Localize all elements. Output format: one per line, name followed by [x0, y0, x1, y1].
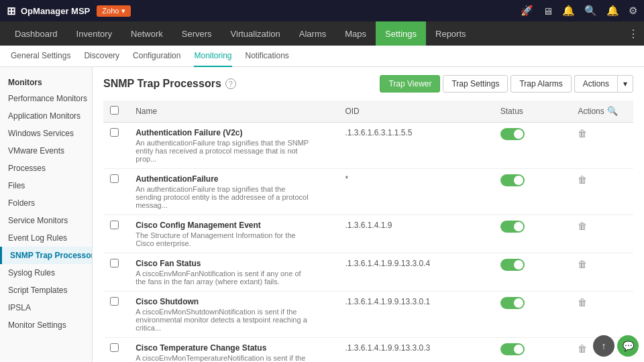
sidebar-item-service-monitors[interactable]: Service Monitors — [0, 212, 92, 229]
row-checkbox[interactable] — [110, 259, 119, 267]
delete-icon[interactable]: 🗑 — [578, 221, 587, 231]
sidebar-item-files[interactable]: Files — [0, 177, 92, 194]
nav-inventory[interactable]: Inventory — [67, 21, 121, 46]
help-icon[interactable]: ? — [225, 78, 236, 89]
row-status-cell — [494, 169, 572, 215]
trap-oid: .1.3.6.1.4.1.9 — [345, 221, 392, 230]
row-checkbox[interactable] — [110, 128, 119, 137]
trap-name: Authentication Failure (V2c) — [136, 128, 331, 137]
more-menu-button[interactable]: ⋮ — [628, 27, 639, 40]
alert-icon[interactable]: 🔔 — [606, 5, 619, 17]
th-name: Name — [129, 101, 338, 123]
nav-settings[interactable]: Settings — [376, 21, 426, 46]
nav-alarms[interactable]: Alarms — [290, 21, 335, 46]
nav-virtualization[interactable]: Virtualization — [221, 21, 290, 46]
trap-desc: A ciscoEnvMonFanNotification is sent if … — [136, 269, 310, 286]
subnav-discovery[interactable]: Discovery — [84, 46, 119, 67]
actions-caret-button[interactable]: ▾ — [617, 75, 633, 93]
status-toggle[interactable] — [500, 221, 525, 233]
trap-oid: .1.3.6.1.4.1.9.9.13.3.0.4 — [345, 259, 430, 268]
content-header: SNMP Trap Processors ? Trap Viewer Trap … — [103, 75, 633, 93]
nav-dashboard[interactable]: Dashboard — [5, 21, 67, 46]
main-content: SNMP Trap Processors ? Trap Viewer Trap … — [93, 67, 644, 362]
status-toggle[interactable] — [500, 343, 525, 355]
row-status-cell — [494, 253, 572, 292]
trap-settings-button[interactable]: Trap Settings — [443, 75, 508, 93]
rocket-icon[interactable]: 🚀 — [521, 5, 533, 17]
sidebar: Monitors Performance Monitors Applicatio… — [0, 67, 93, 362]
subnav-monitoring[interactable]: Monitoring — [194, 46, 231, 67]
row-checkbox[interactable] — [110, 174, 119, 183]
sidebar-item-performance-monitors[interactable]: Performance Monitors — [0, 90, 92, 107]
subnav-notifications[interactable]: Notifications — [246, 46, 289, 67]
table-row: AuthenticationFailure An authenticationF… — [103, 169, 633, 215]
delete-icon[interactable]: 🗑 — [578, 259, 587, 269]
nav-maps[interactable]: Maps — [335, 21, 376, 46]
zoho-badge[interactable]: Zoho ▾ — [97, 5, 131, 17]
delete-icon[interactable]: 🗑 — [578, 174, 587, 185]
status-toggle[interactable] — [500, 128, 525, 140]
monitor-icon[interactable]: 🖥 — [543, 5, 553, 17]
row-oid-cell: * — [338, 169, 493, 215]
subnav-configuration[interactable]: Configuration — [133, 46, 180, 67]
actions-dropdown: Actions ▾ — [574, 75, 633, 93]
delete-icon[interactable]: 🗑 — [578, 128, 587, 139]
trap-name: AuthenticationFailure — [136, 174, 331, 184]
nav-network[interactable]: Network — [121, 21, 172, 46]
status-toggle[interactable] — [500, 297, 525, 309]
row-checkbox[interactable] — [110, 297, 119, 306]
trap-desc: The Structure of Management Information … — [136, 231, 310, 247]
settings-icon[interactable]: ⚙ — [629, 5, 637, 17]
table-search-icon[interactable]: 🔍 — [607, 106, 618, 116]
sidebar-item-ipsla[interactable]: IPSLA — [0, 299, 92, 316]
th-actions: Actions 🔍 — [571, 101, 625, 121]
row-checkbox-cell — [103, 292, 129, 338]
subnav-general-settings[interactable]: General Settings — [11, 46, 70, 67]
row-checkbox[interactable] — [110, 343, 119, 352]
status-toggle[interactable] — [500, 174, 525, 186]
row-actions-cell: 🗑 — [571, 253, 633, 292]
nav-reports[interactable]: Reports — [426, 21, 476, 46]
row-name-cell: Authentication Failure (V2c) An authenti… — [129, 123, 338, 169]
row-checkbox-cell — [103, 253, 129, 292]
scroll-up-button[interactable]: ↑ — [593, 335, 614, 357]
select-all-checkbox[interactable] — [110, 106, 119, 115]
trap-table: Name OID Status Actions 🔍 Authentication… — [103, 101, 633, 362]
row-checkbox[interactable] — [110, 221, 119, 229]
delete-icon[interactable]: 🗑 — [578, 343, 587, 354]
chat-button[interactable]: 💬 — [617, 335, 639, 357]
row-actions-cell: 🗑 — [571, 215, 633, 253]
sidebar-item-folders[interactable]: Folders — [0, 194, 92, 212]
nav-servers[interactable]: Servers — [172, 21, 221, 46]
trap-viewer-button[interactable]: Trap Viewer — [380, 75, 440, 93]
sidebar-item-application-monitors[interactable]: Application Monitors — [0, 107, 92, 125]
sidebar-item-vmware-events[interactable]: VMware Events — [0, 142, 92, 160]
trap-name: Cisco Fan Status — [136, 259, 331, 268]
sidebar-item-snmp-trap-processors[interactable]: SNMP Trap Processors — [0, 247, 92, 264]
trap-name: Cisco Shutdown — [136, 297, 331, 306]
row-oid-cell: .1.3.6.1.4.1.9.9.13.3.0.1 — [338, 292, 493, 338]
bell-icon[interactable]: 🔔 — [562, 5, 575, 17]
table-row: Cisco Config Management Event The Struct… — [103, 215, 633, 253]
sidebar-item-event-log-rules[interactable]: Event Log Rules — [0, 229, 92, 247]
sidebar-item-windows-services[interactable]: Windows Services — [0, 125, 92, 142]
trap-desc: A ciscoEnvMonShutdownNotification is sen… — [136, 308, 310, 332]
trap-oid: * — [345, 174, 348, 184]
row-name-cell: Cisco Temperature Change Status A ciscoE… — [129, 338, 338, 363]
status-toggle[interactable] — [500, 259, 525, 271]
delete-icon[interactable]: 🗑 — [578, 297, 587, 308]
trap-alarms-button[interactable]: Trap Alarms — [511, 75, 571, 93]
sidebar-item-monitor-settings[interactable]: Monitor Settings — [0, 316, 92, 334]
trap-desc: An authenticationFailure trap signifies … — [136, 139, 310, 163]
bottom-buttons: ↑ 💬 — [593, 335, 639, 357]
sidebar-item-syslog-rules[interactable]: Syslog Rules — [0, 264, 92, 282]
sidebar-item-processes[interactable]: Processes — [0, 160, 92, 177]
search-icon[interactable]: 🔍 — [584, 5, 597, 17]
actions-button[interactable]: Actions — [574, 75, 617, 93]
th-status: Status — [494, 101, 572, 123]
trap-name: Cisco Config Management Event — [136, 221, 331, 230]
table-row: Cisco Shutdown A ciscoEnvMonShutdownNoti… — [103, 292, 633, 338]
row-actions-cell: 🗑 — [571, 292, 633, 338]
trap-oid: .1.3.6.1.4.1.9.9.13.3.0.3 — [345, 343, 430, 353]
sidebar-item-script-templates[interactable]: Script Templates — [0, 282, 92, 299]
